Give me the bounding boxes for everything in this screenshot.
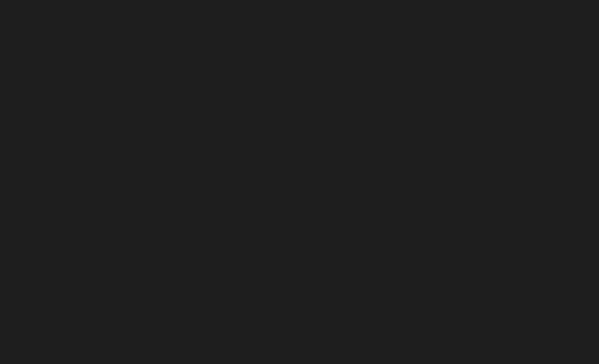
code-body xyxy=(24,0,599,364)
code-editor xyxy=(0,0,599,364)
line-number-gutter xyxy=(0,0,24,364)
